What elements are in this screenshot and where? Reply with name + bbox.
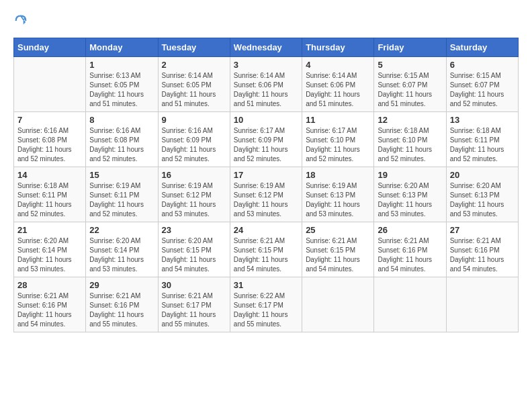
day-number: 30 — [162, 280, 226, 290]
day-number: 25 — [306, 225, 370, 235]
day-number: 31 — [234, 280, 298, 290]
day-number: 17 — [234, 170, 298, 180]
calendar-week-row: 21Sunrise: 6:20 AMSunset: 6:14 PMDayligh… — [14, 222, 519, 277]
calendar-cell: 17Sunrise: 6:19 AMSunset: 6:12 PMDayligh… — [230, 167, 302, 222]
day-info: Sunrise: 6:20 AMSunset: 6:14 PMDaylight:… — [89, 236, 154, 274]
day-info: Sunrise: 6:16 AMSunset: 6:09 PMDaylight:… — [162, 126, 226, 164]
day-info: Sunrise: 6:14 AMSunset: 6:06 PMDaylight:… — [306, 71, 370, 109]
day-number: 15 — [89, 170, 154, 180]
day-info: Sunrise: 6:18 AMSunset: 6:10 PMDaylight:… — [378, 126, 442, 164]
logo-icon — [13, 13, 28, 28]
day-info: Sunrise: 6:16 AMSunset: 6:08 PMDaylight:… — [89, 126, 154, 164]
calendar-cell: 16Sunrise: 6:19 AMSunset: 6:12 PMDayligh… — [158, 167, 230, 222]
header-row: SundayMondayTuesdayWednesdayThursdayFrid… — [14, 38, 519, 57]
day-info: Sunrise: 6:20 AMSunset: 6:13 PMDaylight:… — [378, 181, 442, 219]
calendar-week-row: 7Sunrise: 6:16 AMSunset: 6:08 PMDaylight… — [14, 112, 519, 167]
day-info: Sunrise: 6:18 AMSunset: 6:11 PMDaylight:… — [17, 181, 82, 219]
calendar-cell: 12Sunrise: 6:18 AMSunset: 6:10 PMDayligh… — [374, 112, 446, 167]
calendar-cell: 7Sunrise: 6:16 AMSunset: 6:08 PMDaylight… — [14, 112, 86, 167]
calendar-cell: 3Sunrise: 6:14 AMSunset: 6:06 PMDaylight… — [230, 57, 302, 112]
calendar-week-row: 14Sunrise: 6:18 AMSunset: 6:11 PMDayligh… — [14, 167, 519, 222]
day-number: 23 — [162, 225, 226, 235]
day-info: Sunrise: 6:20 AMSunset: 6:14 PMDaylight:… — [17, 236, 82, 274]
calendar-cell: 29Sunrise: 6:21 AMSunset: 6:16 PMDayligh… — [86, 277, 158, 332]
calendar-body: 1Sunrise: 6:13 AMSunset: 6:05 PMDaylight… — [14, 57, 519, 332]
day-number: 1 — [89, 60, 154, 70]
calendar-cell: 1Sunrise: 6:13 AMSunset: 6:05 PMDaylight… — [86, 57, 158, 112]
day-info: Sunrise: 6:21 AMSunset: 6:17 PMDaylight:… — [162, 291, 226, 329]
day-number: 8 — [89, 115, 154, 125]
header-day-thursday: Thursday — [302, 38, 374, 57]
calendar-week-row: 1Sunrise: 6:13 AMSunset: 6:05 PMDaylight… — [14, 57, 519, 112]
day-number: 4 — [306, 60, 370, 70]
day-number: 12 — [378, 115, 442, 125]
day-number: 21 — [17, 225, 82, 235]
header-day-sunday: Sunday — [14, 38, 86, 57]
day-info: Sunrise: 6:19 AMSunset: 6:11 PMDaylight:… — [89, 181, 154, 219]
day-info: Sunrise: 6:19 AMSunset: 6:12 PMDaylight:… — [162, 181, 226, 219]
calendar-cell: 26Sunrise: 6:21 AMSunset: 6:16 PMDayligh… — [374, 222, 446, 277]
day-info: Sunrise: 6:21 AMSunset: 6:16 PMDaylight:… — [89, 291, 154, 329]
day-number: 6 — [450, 60, 515, 70]
calendar-cell: 21Sunrise: 6:20 AMSunset: 6:14 PMDayligh… — [14, 222, 86, 277]
calendar-cell: 25Sunrise: 6:21 AMSunset: 6:15 PMDayligh… — [302, 222, 374, 277]
day-info: Sunrise: 6:15 AMSunset: 6:07 PMDaylight:… — [450, 71, 515, 109]
day-info: Sunrise: 6:21 AMSunset: 6:15 PMDaylight:… — [234, 236, 298, 274]
calendar-cell: 5Sunrise: 6:15 AMSunset: 6:07 PMDaylight… — [374, 57, 446, 112]
header-day-tuesday: Tuesday — [158, 38, 230, 57]
calendar-cell: 18Sunrise: 6:19 AMSunset: 6:13 PMDayligh… — [302, 167, 374, 222]
day-number: 16 — [162, 170, 226, 180]
calendar-cell: 14Sunrise: 6:18 AMSunset: 6:11 PMDayligh… — [14, 167, 86, 222]
day-info: Sunrise: 6:20 AMSunset: 6:13 PMDaylight:… — [450, 181, 515, 219]
calendar-cell: 22Sunrise: 6:20 AMSunset: 6:14 PMDayligh… — [86, 222, 158, 277]
calendar-cell — [302, 277, 374, 332]
calendar-table: SundayMondayTuesdayWednesdayThursdayFrid… — [13, 38, 519, 332]
calendar-cell: 8Sunrise: 6:16 AMSunset: 6:08 PMDaylight… — [86, 112, 158, 167]
day-info: Sunrise: 6:21 AMSunset: 6:16 PMDaylight:… — [450, 236, 515, 274]
calendar-cell: 10Sunrise: 6:17 AMSunset: 6:09 PMDayligh… — [230, 112, 302, 167]
calendar-week-row: 28Sunrise: 6:21 AMSunset: 6:16 PMDayligh… — [14, 277, 519, 332]
day-number: 9 — [162, 115, 226, 125]
day-info: Sunrise: 6:22 AMSunset: 6:17 PMDaylight:… — [234, 291, 298, 329]
calendar-cell: 19Sunrise: 6:20 AMSunset: 6:13 PMDayligh… — [374, 167, 446, 222]
day-number: 24 — [234, 225, 298, 235]
day-info: Sunrise: 6:16 AMSunset: 6:08 PMDaylight:… — [17, 126, 82, 164]
day-number: 11 — [306, 115, 370, 125]
day-info: Sunrise: 6:19 AMSunset: 6:13 PMDaylight:… — [306, 181, 370, 219]
header-day-saturday: Saturday — [446, 38, 518, 57]
calendar-cell: 9Sunrise: 6:16 AMSunset: 6:09 PMDaylight… — [158, 112, 230, 167]
day-number: 26 — [378, 225, 442, 235]
calendar-cell: 23Sunrise: 6:20 AMSunset: 6:15 PMDayligh… — [158, 222, 230, 277]
header-day-friday: Friday — [374, 38, 446, 57]
day-number: 2 — [162, 60, 226, 70]
day-number: 28 — [17, 280, 82, 290]
logo — [13, 13, 31, 31]
day-info: Sunrise: 6:14 AMSunset: 6:06 PMDaylight:… — [234, 71, 298, 109]
day-info: Sunrise: 6:19 AMSunset: 6:12 PMDaylight:… — [234, 181, 298, 219]
day-info: Sunrise: 6:14 AMSunset: 6:05 PMDaylight:… — [162, 71, 226, 109]
day-number: 3 — [234, 60, 298, 70]
day-info: Sunrise: 6:21 AMSunset: 6:15 PMDaylight:… — [306, 236, 370, 274]
day-number: 5 — [378, 60, 442, 70]
day-info: Sunrise: 6:17 AMSunset: 6:10 PMDaylight:… — [306, 126, 370, 164]
calendar-cell: 15Sunrise: 6:19 AMSunset: 6:11 PMDayligh… — [86, 167, 158, 222]
day-info: Sunrise: 6:18 AMSunset: 6:11 PMDaylight:… — [450, 126, 515, 164]
calendar-cell: 6Sunrise: 6:15 AMSunset: 6:07 PMDaylight… — [446, 57, 518, 112]
calendar-cell: 31Sunrise: 6:22 AMSunset: 6:17 PMDayligh… — [230, 277, 302, 332]
calendar-cell: 13Sunrise: 6:18 AMSunset: 6:11 PMDayligh… — [446, 112, 518, 167]
page-header — [13, 13, 519, 31]
day-number: 27 — [450, 225, 515, 235]
calendar-cell: 2Sunrise: 6:14 AMSunset: 6:05 PMDaylight… — [158, 57, 230, 112]
calendar-cell: 27Sunrise: 6:21 AMSunset: 6:16 PMDayligh… — [446, 222, 518, 277]
day-number: 18 — [306, 170, 370, 180]
day-info: Sunrise: 6:13 AMSunset: 6:05 PMDaylight:… — [89, 71, 154, 109]
day-number: 19 — [378, 170, 442, 180]
calendar-header: SundayMondayTuesdayWednesdayThursdayFrid… — [14, 38, 519, 57]
calendar-cell: 28Sunrise: 6:21 AMSunset: 6:16 PMDayligh… — [14, 277, 86, 332]
day-number: 14 — [17, 170, 82, 180]
day-number: 13 — [450, 115, 515, 125]
day-number: 22 — [89, 225, 154, 235]
header-day-wednesday: Wednesday — [230, 38, 302, 57]
day-number: 7 — [17, 115, 82, 125]
calendar-cell: 11Sunrise: 6:17 AMSunset: 6:10 PMDayligh… — [302, 112, 374, 167]
